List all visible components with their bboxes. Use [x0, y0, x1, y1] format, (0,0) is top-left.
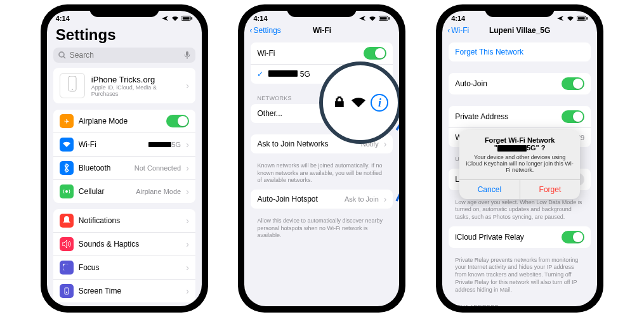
- wifi-signal-icon: [362, 70, 371, 78]
- back-button[interactable]: ‹Wi-Fi: [447, 26, 469, 35]
- forget-button[interactable]: Forget: [520, 180, 581, 199]
- battery-icon: [181, 15, 193, 22]
- row-auto-join[interactable]: Auto-Join: [449, 73, 591, 94]
- svg-line-4: [63, 56, 65, 58]
- ipv4-header: IPV4 ADDRESS: [442, 299, 597, 306]
- checkmark-icon: ✓: [257, 70, 263, 79]
- notch: [287, 4, 357, 17]
- svg-rect-10: [66, 292, 67, 293]
- phone-3-network-detail: 4:14 ‹Wi-Fi Lupeni Villae_5G Forget This…: [436, 4, 603, 313]
- screen-settings: 4:14 Settings iPhone Tricks.org Apple ID…: [47, 11, 202, 306]
- status-time: 4:14: [451, 15, 465, 22]
- airplane-toggle[interactable]: [166, 115, 189, 127]
- row-other-network[interactable]: Other...: [251, 104, 393, 123]
- status-icons: [161, 15, 193, 22]
- private-relay-toggle[interactable]: [562, 231, 584, 243]
- chevron-left-icon: ‹: [447, 26, 450, 35]
- row-focus[interactable]: Focus ›: [53, 256, 195, 280]
- wifi-toggle[interactable]: [364, 47, 386, 60]
- apple-id-row[interactable]: iPhone Tricks.org Apple ID, iCloud, Medi…: [53, 68, 195, 103]
- row-screen-time[interactable]: Screen Time ›: [53, 280, 195, 302]
- info-icon[interactable]: i: [375, 70, 384, 79]
- apple-id-name: iPhone Tricks.org: [91, 75, 180, 84]
- lock-icon: 🔒︎: [352, 71, 358, 78]
- network-status-icons: 🔒︎ i: [352, 70, 384, 79]
- airplane-status-icon: [556, 15, 564, 22]
- wifi-status-icon: [369, 15, 376, 22]
- svg-rect-5: [186, 51, 188, 56]
- row-private-relay[interactable]: iCloud Private Relay: [449, 226, 591, 248]
- apple-id-sub: Apple ID, iCloud, Media & Purchases: [91, 84, 180, 97]
- row-wifi[interactable]: Wi-Fi 5G ›: [53, 133, 195, 157]
- forget-dialog: Forget Wi-Fi Network "5G" ? Your device …: [459, 130, 580, 199]
- chevron-right-icon: ›: [186, 163, 189, 173]
- private-address-toggle[interactable]: [562, 110, 584, 123]
- nav-bar: ‹Settings Wi-Fi: [244, 23, 399, 39]
- search-field[interactable]: [53, 48, 195, 63]
- wifi-value: 5G: [148, 141, 181, 148]
- svg-point-7: [72, 89, 73, 90]
- screen-time-icon: [60, 284, 74, 298]
- svg-rect-19: [578, 17, 585, 20]
- chevron-right-icon: ›: [186, 239, 189, 249]
- notch: [89, 4, 159, 17]
- svg-rect-2: [191, 17, 192, 20]
- chevron-right-icon: ›: [186, 139, 189, 150]
- row-notifications[interactable]: Notifications ›: [53, 209, 195, 233]
- row-forget-network[interactable]: Forget This Network: [449, 42, 591, 61]
- chevron-right-icon: ›: [186, 186, 189, 197]
- status-time: 4:14: [56, 15, 70, 22]
- airplane-status-icon: [161, 15, 169, 22]
- phone-1-settings: 4:14 Settings iPhone Tricks.org Apple ID…: [41, 4, 208, 313]
- bluetooth-icon: [60, 161, 74, 175]
- row-airplane-mode[interactable]: ✈︎ Airplane Mode: [53, 110, 195, 133]
- phone-2-wifi: 4:14 ‹Settings Wi-Fi Wi-Fi ✓ 5G 🔒︎: [238, 4, 405, 313]
- page-title: Settings: [47, 23, 202, 48]
- svg-rect-16: [380, 17, 387, 20]
- back-button[interactable]: ‹Settings: [249, 26, 280, 35]
- search-icon: [58, 51, 66, 59]
- svg-rect-20: [586, 17, 588, 20]
- focus-icon: [60, 261, 74, 275]
- notch: [485, 4, 555, 17]
- row-connected-network[interactable]: ✓ 5G 🔒︎ i: [251, 65, 393, 84]
- screen-wifi: 4:14 ‹Settings Wi-Fi Wi-Fi ✓ 5G 🔒︎: [244, 11, 399, 306]
- dialog-title: Forget Wi-Fi Network "5G" ?: [459, 130, 580, 153]
- nav-title: Lupeni Villae_5G: [489, 26, 550, 35]
- auto-join-toggle[interactable]: [562, 77, 584, 90]
- airplane-status-icon: [358, 15, 366, 22]
- wifi-icon: [60, 138, 74, 152]
- chevron-right-icon: ›: [186, 216, 189, 226]
- mic-icon[interactable]: [184, 51, 190, 59]
- battery-icon: [577, 15, 588, 22]
- status-icons: [358, 15, 390, 22]
- svg-rect-9: [65, 288, 69, 294]
- ask-join-note: Known networks will be joined automatica…: [244, 160, 399, 190]
- chevron-left-icon: ‹: [249, 26, 252, 35]
- search-input[interactable]: [70, 51, 180, 60]
- cellular-icon: [60, 184, 74, 198]
- screen-network-detail: 4:14 ‹Wi-Fi Lupeni Villae_5G Forget This…: [442, 11, 597, 306]
- row-sounds[interactable]: Sounds & Haptics ›: [53, 233, 195, 256]
- cancel-button[interactable]: Cancel: [459, 180, 520, 199]
- row-ask-to-join[interactable]: Ask to Join Networks Notify ›: [251, 134, 393, 153]
- svg-rect-17: [389, 17, 390, 20]
- chevron-right-icon: ›: [384, 139, 387, 149]
- status-time: 4:14: [253, 15, 267, 22]
- row-private-address[interactable]: Private Address: [449, 106, 591, 128]
- chevron-right-icon: ›: [186, 286, 189, 296]
- low-data-note: Low age over you select. When Low Data M…: [442, 197, 597, 226]
- row-wifi-toggle[interactable]: Wi-Fi: [251, 42, 393, 65]
- chevron-right-icon: ›: [384, 194, 387, 204]
- row-cellular[interactable]: Cellular Airplane Mode ›: [53, 180, 195, 203]
- chevron-right-icon: ›: [186, 81, 189, 91]
- battery-icon: [379, 15, 390, 22]
- sounds-icon: [60, 237, 74, 251]
- status-icons: [556, 15, 588, 22]
- nav-title: Wi-Fi: [313, 26, 331, 35]
- wifi-status-icon: [171, 15, 179, 22]
- row-bluetooth[interactable]: Bluetooth Not Connected ›: [53, 157, 195, 180]
- row-auto-join-hotspot[interactable]: Auto-Join Hotspot Ask to Join ›: [251, 190, 393, 209]
- hotspot-note: Allow this device to automatically disco…: [244, 215, 399, 245]
- notifications-icon: [60, 214, 74, 228]
